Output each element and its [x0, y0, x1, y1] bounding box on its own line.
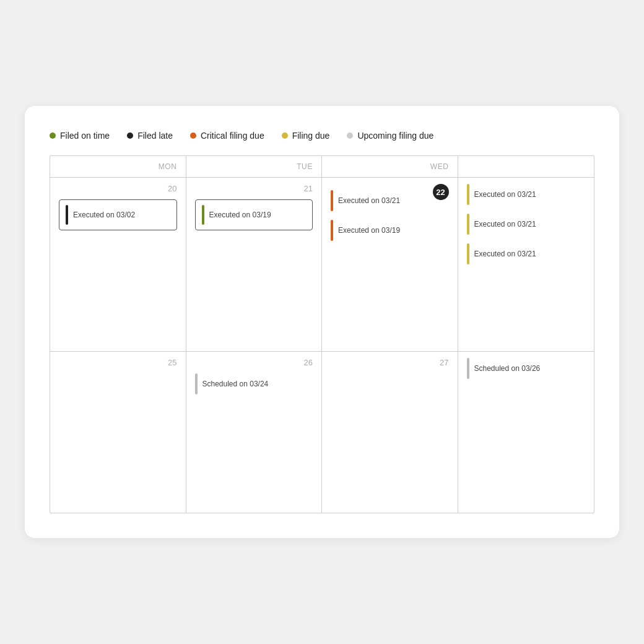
legend-label-critical-filing-due: Critical filing due: [201, 131, 264, 141]
event-card-0-1-0: Executed on 03/19: [195, 199, 313, 230]
cal-cell-0-0: 20Executed on 03/02: [50, 178, 186, 351]
cell-date-0-1: 21: [195, 184, 313, 193]
legend-item-filing-due: Filing due: [282, 131, 330, 141]
legend-item-filed-on-time: Filed on time: [50, 131, 110, 141]
cal-header-cell-2: WED: [322, 156, 458, 178]
cal-cell-0-2: 22Executed on 03/21Executed on 03/19: [322, 178, 458, 351]
legend-item-upcoming-filing-due: Upcoming filing due: [347, 131, 433, 141]
main-card: Filed on timeFiled lateCritical filing d…: [25, 106, 619, 538]
calendar-body: 20Executed on 03/0221Executed on 03/1922…: [50, 178, 594, 513]
legend-item-critical-filing-due: Critical filing due: [190, 131, 264, 141]
legend-dot-filed-on-time: [50, 133, 56, 139]
event-inline-0-3-2: Executed on 03/21: [467, 243, 586, 264]
event-label: Executed on 03/21: [474, 250, 536, 258]
cal-row-0: 20Executed on 03/0221Executed on 03/1922…: [50, 178, 594, 352]
cal-header-cell-0: MON: [50, 156, 186, 178]
event-bar: [331, 220, 333, 241]
legend-dot-filed-late: [127, 133, 133, 139]
event-bar: [467, 358, 469, 379]
event-bar: [467, 184, 469, 205]
event-inline-0-3-0: Executed on 03/21: [467, 184, 586, 205]
event-bar: [467, 214, 469, 235]
legend-item-filed-late: Filed late: [127, 131, 173, 141]
legend: Filed on timeFiled lateCritical filing d…: [50, 131, 594, 141]
legend-label-filed-on-time: Filed on time: [60, 131, 110, 141]
date-badge: 22: [433, 184, 449, 200]
cell-date-1-0: 25: [59, 358, 177, 367]
legend-label-filed-late: Filed late: [137, 131, 173, 141]
cal-cell-0-1: 21Executed on 03/19: [186, 178, 323, 351]
event-label: Executed on 03/21: [338, 196, 400, 205]
cal-cell-0-3: Executed on 03/21Executed on 03/21Execut…: [458, 178, 594, 351]
event-label: Executed on 03/02: [73, 211, 135, 219]
event-label: Executed on 03/21: [474, 190, 536, 199]
legend-label-filing-due: Filing due: [292, 131, 330, 141]
event-label: Scheduled on 03/26: [474, 364, 541, 373]
legend-dot-upcoming-filing-due: [347, 133, 353, 139]
event-label: Scheduled on 03/24: [202, 380, 269, 388]
event-label: Executed on 03/21: [474, 220, 536, 228]
event-bar: [195, 373, 198, 394]
event-bar: [331, 190, 333, 211]
event-inline-1-3-0: Scheduled on 03/26: [467, 358, 586, 379]
legend-dot-filing-due: [282, 133, 288, 139]
event-inline-0-3-1: Executed on 03/21: [467, 214, 586, 235]
calendar: MONTUEWED 20Executed on 03/0221Executed …: [50, 155, 594, 513]
event-bar: [202, 205, 204, 225]
event-inline-1-1-0: Scheduled on 03/24: [195, 373, 313, 394]
event-label: Executed on 03/19: [338, 226, 400, 235]
event-bar: [467, 243, 469, 264]
cal-row-1: 2526Scheduled on 03/2427Scheduled on 03/…: [50, 352, 594, 513]
cal-cell-1-1: 26Scheduled on 03/24: [186, 352, 323, 513]
calendar-header: MONTUEWED: [50, 156, 594, 178]
event-inline-0-2-1: Executed on 03/19: [331, 220, 449, 241]
event-card-0-0-0: Executed on 03/02: [59, 199, 177, 230]
cal-header-cell-1: TUE: [186, 156, 323, 178]
legend-dot-critical-filing-due: [190, 133, 196, 139]
cal-cell-1-0: 25: [50, 352, 186, 513]
cell-date-1-2: 27: [331, 358, 449, 367]
event-inline-0-2-0: Executed on 03/21: [331, 190, 433, 211]
legend-label-upcoming-filing-due: Upcoming filing due: [357, 131, 433, 141]
cal-cell-1-2: 27: [322, 352, 458, 513]
event-bar: [66, 205, 68, 225]
event-label: Executed on 03/19: [209, 211, 271, 219]
cal-cell-1-3: Scheduled on 03/26: [458, 352, 594, 513]
cell-date-1-1: 26: [195, 358, 313, 367]
cell-date-0-0: 20: [59, 184, 177, 193]
cal-header-cell-3: [458, 156, 594, 178]
